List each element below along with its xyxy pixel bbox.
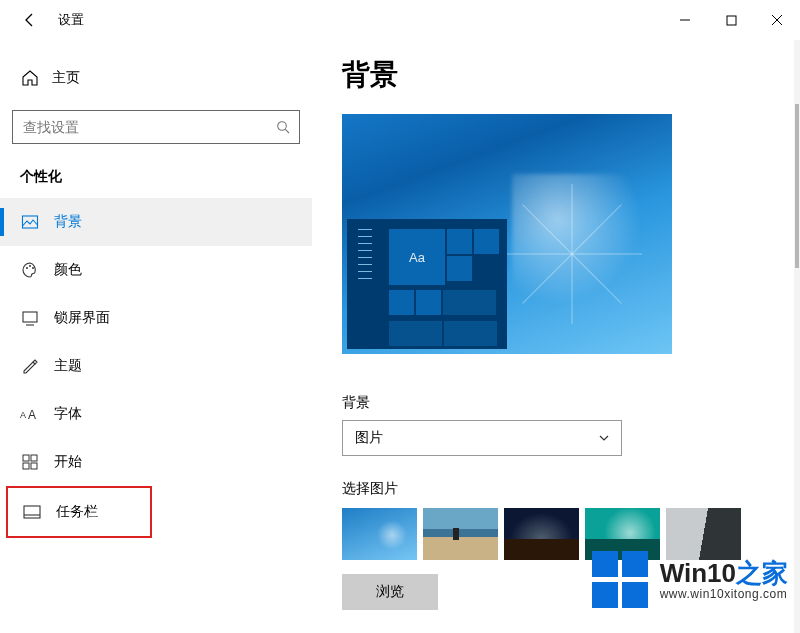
sidebar-item-label: 背景 [54,213,82,231]
sidebar-item-fonts[interactable]: AA 字体 [0,390,312,438]
watermark-brand: Win10之家 [660,559,788,588]
scrollbar-thumb[interactable] [795,104,799,268]
svg-rect-6 [23,312,37,322]
sidebar-item-label: 字体 [54,405,82,423]
search-settings[interactable] [12,110,300,144]
svg-text:A: A [20,410,26,420]
browse-button[interactable]: 浏览 [342,574,438,610]
back-arrow-icon [22,12,38,28]
svg-point-3 [26,267,28,269]
site-watermark: Win10之家 www.win10xitong.com [586,545,800,615]
desktop-preview: Aa [342,114,672,354]
windows-logo-icon [592,551,650,609]
preview-rays [512,194,632,314]
search-icon [275,119,291,135]
svg-rect-11 [23,463,29,469]
sidebar-home[interactable]: 主页 [0,58,312,98]
home-icon [20,69,40,87]
background-thumb-2[interactable] [423,508,498,560]
minimize-button[interactable] [662,3,708,37]
search-input[interactable] [23,119,275,135]
svg-point-1 [278,122,287,131]
svg-text:A: A [28,408,36,422]
background-thumb-3[interactable] [504,508,579,560]
background-type-select[interactable]: 图片 [342,420,622,456]
maximize-icon [726,15,737,26]
back-button[interactable] [16,6,44,34]
palette-icon [20,261,40,279]
svg-rect-12 [31,463,37,469]
background-field-label: 背景 [342,394,800,412]
svg-rect-0 [727,16,736,25]
sidebar-item-label: 任务栏 [56,503,98,521]
sidebar-item-background[interactable]: 背景 [0,198,312,246]
choose-picture-label: 选择图片 [342,480,800,498]
svg-rect-9 [23,455,29,461]
close-button[interactable] [754,3,800,37]
svg-point-5 [32,267,34,269]
sidebar-item-taskbar[interactable]: 任务栏 [8,488,150,536]
settings-sidebar: 主页 个性化 背景 颜色 锁屏界面 [0,40,312,633]
minimize-icon [679,14,691,26]
preview-tile-aa: Aa [389,229,445,285]
sidebar-item-start[interactable]: 开始 [0,438,312,486]
svg-point-4 [29,265,31,267]
svg-rect-10 [31,455,37,461]
watermark-url: www.win10xitong.com [660,588,788,601]
sidebar-item-lockscreen[interactable]: 锁屏界面 [0,294,312,342]
sidebar-item-colors[interactable]: 颜色 [0,246,312,294]
annotation-highlight: 任务栏 [6,486,152,538]
background-type-value: 图片 [355,429,597,447]
taskbar-icon [22,505,42,519]
start-icon [20,454,40,470]
sidebar-item-themes[interactable]: 主题 [0,342,312,390]
sidebar-section-header: 个性化 [0,144,312,198]
font-icon: AA [20,406,40,422]
image-icon [20,213,40,231]
lockscreen-icon [20,309,40,327]
background-thumb-1[interactable] [342,508,417,560]
theme-icon [20,357,40,375]
svg-rect-13 [24,506,40,518]
sidebar-item-label: 锁屏界面 [54,309,110,327]
page-title: 背景 [342,56,800,94]
sidebar-item-label: 开始 [54,453,82,471]
sidebar-home-label: 主页 [52,69,80,87]
app-title: 设置 [58,11,84,29]
preview-start-menu: Aa [347,219,507,349]
close-icon [771,14,783,26]
sidebar-item-label: 颜色 [54,261,82,279]
maximize-button[interactable] [708,3,754,37]
sidebar-item-label: 主题 [54,357,82,375]
chevron-down-icon [597,431,611,445]
